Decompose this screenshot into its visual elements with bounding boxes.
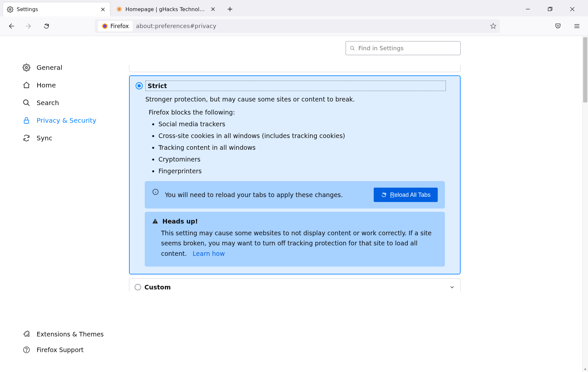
blocks-heading: Firefox blocks the following: [149,109,454,116]
app-menu-icon[interactable] [572,21,582,31]
info-icon [152,188,159,195]
window-controls [521,3,585,16]
identity-label: Firefox [110,23,129,29]
puzzle-icon [22,330,31,338]
svg-rect-13 [155,220,155,222]
learn-how-link[interactable]: Learn how [193,250,225,257]
custom-protection-card[interactable]: Custom [129,278,461,291]
close-icon[interactable] [210,6,216,12]
tab-title: Homepage | gHacks Technology [125,6,206,12]
sync-icon [22,134,31,142]
previous-option-fragment [129,65,461,72]
sidebar-item-sync[interactable]: Sync [21,129,129,147]
nav-toolbar: Firefox about:preferences#privacy [0,16,588,36]
warning-icon [152,218,158,225]
list-item: Tracking content in all windows [158,144,454,151]
reload-button-label: Reload All Tabs [390,192,431,198]
search-icon [22,99,31,107]
reload-info-box: You will need to reload your tabs to app… [145,181,445,209]
sidebar-item-label: General [37,64,62,71]
search-placeholder: Find in Settings [358,45,404,52]
close-icon[interactable] [100,6,106,13]
strict-protection-card: Strict Stronger protection, but may caus… [129,75,461,274]
custom-radio[interactable] [135,284,141,290]
tab-strip: Settings Homepage | gHacks Technology [0,0,588,16]
blocks-list: Social media trackers Cross-site cookies… [158,120,454,175]
sidebar-item-extensions[interactable]: Extensions & Themes [21,326,129,342]
heads-up-title: Heads up! [162,218,198,225]
reload-icon [381,192,387,198]
tab-settings[interactable]: Settings [3,2,110,16]
strict-radio[interactable] [136,82,143,89]
settings-search-input[interactable]: Find in Settings [346,41,461,55]
svg-rect-8 [24,120,29,123]
sidebar-item-general[interactable]: General [21,59,129,76]
scroll-down-icon[interactable]: ▾ [582,366,588,372]
heads-up-body: This setting may cause some websites to … [161,228,438,259]
sidebar-item-label: Sync [37,134,52,142]
vertical-scrollbar[interactable]: ▴ ▾ [582,36,588,372]
new-tab-button[interactable] [224,3,236,15]
list-item: Social media trackers [158,120,454,128]
sidebar-item-label: Extensions & Themes [37,331,104,338]
gear-icon [22,63,31,72]
sidebar-item-home[interactable]: Home [21,76,129,94]
svg-point-2 [118,8,121,10]
settings-content: General Home Search Privacy & Security S… [0,36,588,372]
tab-title: Settings [17,6,96,12]
scroll-thumb[interactable] [583,37,587,102]
reload-button[interactable] [41,21,52,31]
svg-point-10 [26,351,26,351]
minimize-button[interactable] [521,3,534,16]
back-button[interactable] [6,21,16,31]
svg-point-5 [103,24,106,28]
svg-point-11 [351,46,353,49]
url-bar[interactable]: Firefox about:preferences#privacy [95,19,500,33]
url-text: about:preferences#privacy [136,23,216,29]
pocket-icon[interactable] [553,21,563,31]
sidebar-item-label: Privacy & Security [37,116,96,124]
reload-info-text: You will need to reload your tabs to app… [165,190,368,200]
strict-title: Strict [145,81,446,91]
gear-icon [7,6,13,13]
svg-rect-14 [155,222,155,223]
forward-button[interactable] [24,21,34,31]
settings-main: Find in Settings Strict Stronger protect… [129,36,461,372]
tab-ghacks[interactable]: Homepage | gHacks Technology [112,2,220,16]
chevron-down-icon [449,284,455,290]
home-icon [22,81,31,89]
sidebar-item-support[interactable]: Firefox Support [21,342,129,358]
identity-box[interactable]: Firefox [98,21,133,31]
maximize-button[interactable] [544,3,557,16]
list-item: Cryptominers [158,156,454,163]
list-item: Fingerprinters [158,167,454,175]
svg-point-0 [9,8,11,10]
reload-all-tabs-button[interactable]: Reload All Tabs [374,188,438,202]
sidebar-item-label: Home [37,81,56,89]
sidebar-item-search[interactable]: Search [21,94,129,112]
sidebar-item-label: Firefox Support [37,346,84,353]
custom-title: Custom [144,284,171,291]
sidebar-item-label: Search [37,99,59,107]
site-favicon-icon [116,6,122,12]
svg-point-6 [25,67,27,69]
settings-sidebar: General Home Search Privacy & Security S… [0,36,129,372]
sidebar-item-privacy[interactable]: Privacy & Security [21,112,129,129]
firefox-logo-icon [102,23,108,29]
list-item: Cross-site cookies in all windows (inclu… [158,132,454,139]
help-icon [22,346,31,354]
strict-description: Stronger protection, but may cause some … [145,96,454,103]
lock-icon [22,116,31,125]
bookmark-star-icon[interactable] [490,23,497,29]
search-icon [350,46,355,51]
heads-up-box: Heads up! This setting may cause some we… [145,212,445,267]
svg-point-7 [24,100,28,104]
close-window-button[interactable] [566,3,579,16]
svg-rect-3 [548,8,551,11]
